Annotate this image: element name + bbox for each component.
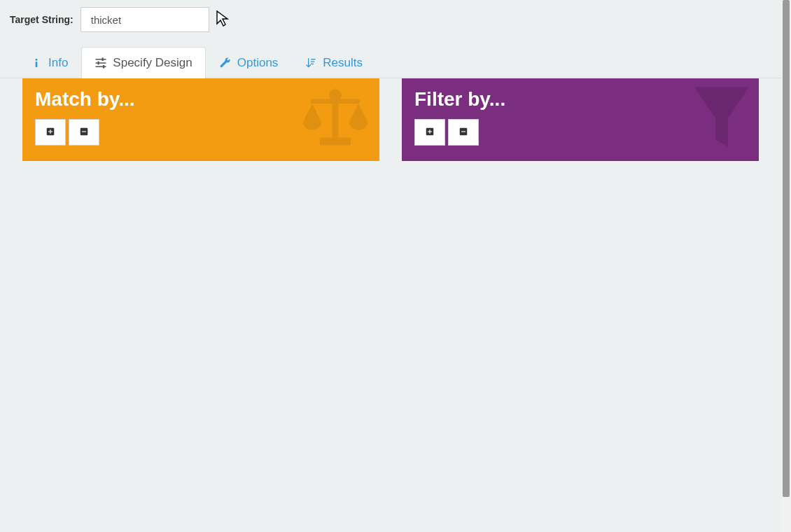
plus-icon xyxy=(425,127,435,139)
minus-icon xyxy=(79,127,89,139)
svg-rect-10 xyxy=(311,64,314,64)
svg-rect-1 xyxy=(36,62,38,67)
svg-rect-8 xyxy=(311,59,316,59)
tab-info[interactable]: Info xyxy=(17,47,81,78)
filter-add-button[interactable] xyxy=(414,119,445,146)
sliders-icon xyxy=(94,57,107,69)
svg-point-19 xyxy=(329,89,342,102)
svg-rect-22 xyxy=(428,131,432,132)
match-add-button[interactable] xyxy=(35,119,66,146)
tab-specify-design[interactable]: Specify Design xyxy=(81,47,205,78)
svg-rect-3 xyxy=(96,62,106,64)
filter-by-panel: Filter by... xyxy=(402,78,759,161)
svg-rect-15 xyxy=(82,131,86,132)
svg-rect-5 xyxy=(102,58,104,62)
svg-rect-2 xyxy=(96,59,106,60)
tab-info-label: Info xyxy=(48,56,68,70)
panel-row: Match by... xyxy=(0,78,781,161)
svg-rect-13 xyxy=(48,131,52,132)
target-string-label: Target String: xyxy=(10,14,74,25)
filter-remove-button[interactable] xyxy=(448,119,479,146)
target-string-input[interactable] xyxy=(80,7,209,32)
svg-point-0 xyxy=(36,59,38,61)
wrench-icon xyxy=(219,57,232,69)
sort-icon xyxy=(304,57,317,69)
match-by-panel: Match by... xyxy=(22,78,379,161)
scrollbar[interactable] xyxy=(781,0,791,532)
match-remove-button[interactable] xyxy=(69,119,99,146)
balance-scale-icon xyxy=(297,87,374,153)
tab-specify-label: Specify Design xyxy=(113,56,192,70)
svg-rect-17 xyxy=(320,138,351,146)
minus-icon xyxy=(458,127,468,139)
tab-bar: Info Specify Design Options Results xyxy=(0,46,781,78)
svg-rect-24 xyxy=(461,131,465,132)
tab-options-label: Options xyxy=(237,56,279,70)
page-root: Target String: Info Specify Design Optio… xyxy=(0,0,781,532)
tab-results[interactable]: Results xyxy=(291,47,376,78)
scrollbar-thumb[interactable] xyxy=(783,0,790,497)
svg-rect-9 xyxy=(311,61,314,62)
svg-rect-7 xyxy=(103,65,104,69)
target-string-row: Target String: xyxy=(0,0,781,32)
svg-rect-6 xyxy=(98,62,99,65)
tab-results-label: Results xyxy=(323,56,363,70)
plus-icon xyxy=(46,127,55,139)
info-icon xyxy=(30,57,43,69)
tab-options[interactable]: Options xyxy=(206,47,292,78)
funnel-icon xyxy=(690,83,753,156)
